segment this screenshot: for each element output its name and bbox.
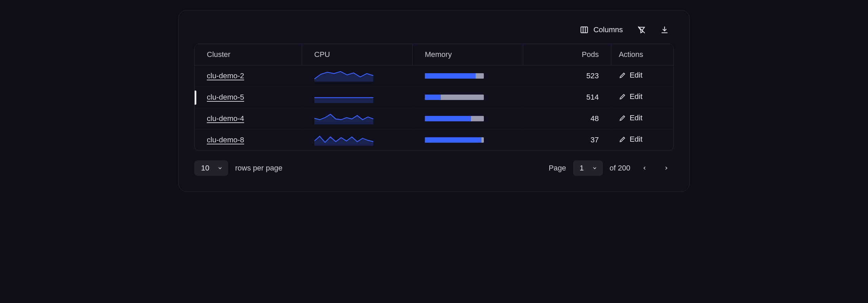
pods-value: 48 (523, 108, 611, 129)
chevron-left-icon (642, 165, 647, 171)
pencil-icon (619, 136, 626, 143)
table-row[interactable]: clu-demo-837Edit (195, 129, 673, 151)
col-header-memory[interactable]: Memory (412, 44, 523, 65)
card: Columns Cluster CPU Memory Pods (178, 10, 690, 192)
rows-per-page-value: 10 (201, 164, 209, 173)
edit-label: Edit (630, 114, 643, 122)
cpu-sparkline (314, 134, 373, 146)
pods-value: 514 (523, 87, 611, 108)
columns-button[interactable]: Columns (580, 25, 623, 34)
page-total: of 200 (610, 164, 630, 173)
columns-icon (580, 25, 589, 34)
cpu-sparkline (314, 113, 373, 124)
cpu-sparkline (314, 70, 373, 82)
edit-button[interactable]: Edit (619, 71, 643, 80)
cluster-link[interactable]: clu-demo-4 (207, 114, 244, 123)
page-select[interactable]: 1 (573, 160, 603, 176)
chevron-right-icon (664, 165, 669, 171)
edit-label: Edit (630, 92, 643, 101)
filter-off-icon (637, 25, 646, 34)
svg-rect-0 (581, 27, 588, 33)
page-label: Page (549, 164, 566, 173)
page-value: 1 (580, 164, 584, 173)
edit-button[interactable]: Edit (619, 135, 643, 144)
edit-button[interactable]: Edit (619, 114, 643, 122)
cluster-link[interactable]: clu-demo-8 (207, 136, 244, 144)
edit-label: Edit (630, 71, 643, 80)
memory-bar (425, 73, 484, 79)
next-page-button[interactable] (659, 161, 674, 176)
table-header-row: Cluster CPU Memory Pods Actions (195, 44, 673, 65)
col-header-cluster[interactable]: Cluster (195, 44, 302, 65)
chevron-down-icon (592, 165, 597, 171)
prev-page-button[interactable] (637, 161, 652, 176)
chevron-down-icon (217, 165, 223, 171)
table-row[interactable]: clu-demo-2523Edit (195, 65, 673, 87)
pencil-icon (619, 93, 626, 100)
memory-bar (425, 95, 484, 100)
memory-bar (425, 137, 484, 143)
table-row[interactable]: clu-demo-5514Edit (195, 87, 673, 108)
columns-label: Columns (593, 25, 623, 34)
edit-label: Edit (630, 135, 643, 144)
table-footer: 10 rows per page Page 1 of 200 (194, 160, 674, 176)
download-icon (660, 25, 669, 34)
col-header-actions: Actions (611, 44, 673, 65)
memory-bar (425, 116, 484, 121)
cpu-sparkline (314, 92, 373, 103)
cluster-link[interactable]: clu-demo-2 (207, 72, 244, 80)
col-header-cpu[interactable]: CPU (302, 44, 412, 65)
clusters-table: Cluster CPU Memory Pods Actions clu-demo… (194, 44, 674, 151)
table-row[interactable]: clu-demo-448Edit (195, 108, 673, 129)
download-button[interactable] (660, 25, 669, 34)
pencil-icon (619, 114, 626, 122)
col-header-pods[interactable]: Pods (523, 44, 611, 65)
rows-per-page-select[interactable]: 10 (194, 160, 228, 176)
cluster-link[interactable]: clu-demo-5 (207, 93, 244, 101)
row-drag-handle[interactable] (194, 90, 196, 105)
filter-off-button[interactable] (637, 25, 646, 34)
table-toolbar: Columns (194, 25, 674, 34)
edit-button[interactable]: Edit (619, 92, 643, 101)
pods-value: 523 (523, 65, 611, 87)
pods-value: 37 (523, 129, 611, 151)
rows-per-page-label: rows per page (235, 164, 282, 173)
pencil-icon (619, 72, 626, 79)
